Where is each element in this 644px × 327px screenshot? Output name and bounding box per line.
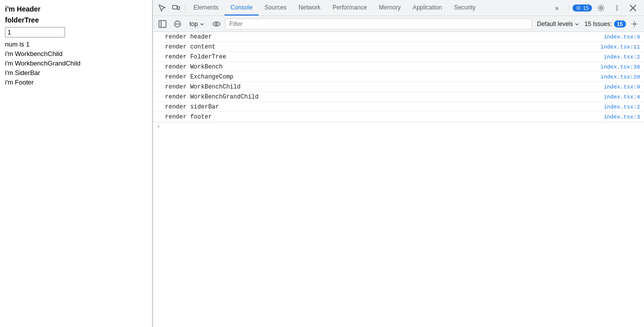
console-row: render WorkBenchindex.tsx:36	[153, 62, 644, 72]
clear-console-icon[interactable]	[171, 18, 184, 30]
tab-performance[interactable]: Performance	[326, 0, 373, 16]
issues-badge[interactable]: 15	[572, 4, 592, 12]
svg-point-5	[616, 7, 618, 8]
inspect-icon[interactable]	[155, 1, 169, 15]
issues-badge-count: 15	[583, 5, 589, 11]
tab-elements[interactable]: Elements	[188, 0, 224, 16]
eye-icon[interactable]	[210, 18, 223, 30]
workbench-grandchild-text: i'm WorkbenchGrandChild	[5, 60, 147, 67]
more-options-icon[interactable]	[610, 1, 624, 15]
tab-memory[interactable]: Memory	[373, 0, 406, 16]
console-prompt-chevron: ›	[157, 124, 160, 130]
devtools-tabs: Elements Console Sources Network Perform…	[188, 0, 550, 16]
svg-point-15	[634, 23, 636, 25]
num-input[interactable]	[5, 27, 65, 38]
console-message: render siderBar	[165, 104, 219, 110]
toolbar-right: » 15	[550, 1, 642, 15]
console-message: render WorkBench	[165, 64, 222, 70]
settings-icon[interactable]	[594, 1, 608, 15]
console-row: render headerindex.tsx:9	[153, 32, 644, 42]
webpage-panel: i'm Header folderTree num is 1 i'm Workb…	[0, 0, 152, 327]
context-selector[interactable]: top	[186, 19, 208, 29]
source-link[interactable]: index.tsx:9	[604, 34, 640, 40]
console-settings-icon[interactable]	[628, 18, 641, 30]
console-row: render contentindex.tsx:11	[153, 42, 644, 52]
console-message: render WorkBenchChild	[165, 84, 240, 90]
default-levels-chevron-icon	[574, 22, 580, 26]
console-message: render FolderTree	[165, 54, 226, 60]
console-row: render FolderTreeindex.tsx:2	[153, 52, 644, 62]
header-text: i'm Header	[5, 5, 147, 13]
console-row: render footerindex.tsx:3	[153, 112, 644, 122]
context-chevron-icon	[200, 22, 204, 26]
sider-bar-text: i'm SiderBar	[5, 69, 147, 76]
svg-point-4	[616, 5, 618, 6]
console-sidebar-icon[interactable]	[156, 18, 169, 30]
issues-count[interactable]: 15 Issues: 15	[584, 20, 626, 28]
footer-text: i'm Footer	[5, 78, 147, 86]
svg-rect-9	[159, 20, 166, 28]
source-link[interactable]: index.tsx:2	[604, 54, 640, 60]
device-toggle-icon[interactable]	[169, 1, 183, 15]
tab-console[interactable]: Console	[224, 0, 258, 16]
source-link[interactable]: index.tsx:2	[604, 104, 640, 110]
svg-point-2	[576, 6, 581, 10]
console-message: render footer	[165, 114, 212, 120]
source-link[interactable]: index.tsx:4	[604, 94, 640, 100]
tab-sources[interactable]: Sources	[258, 0, 292, 16]
console-row: render ExchangeCompindex.tsx:20	[153, 72, 644, 82]
console-message: render WorkBenchGrandChild	[165, 94, 258, 100]
svg-rect-1	[178, 6, 180, 10]
source-link[interactable]: index.tsx:3	[604, 114, 640, 120]
num-text: num is 1	[5, 40, 147, 48]
source-link[interactable]: index.tsx:20	[600, 74, 640, 80]
svg-point-13	[213, 22, 220, 26]
source-link[interactable]: index.tsx:9	[604, 84, 640, 90]
source-link[interactable]: index.tsx:36	[600, 64, 640, 70]
context-label: top	[190, 20, 198, 28]
default-levels-label: Default levels	[537, 20, 573, 28]
toolbar-divider-2	[568, 3, 568, 13]
svg-point-3	[600, 6, 602, 9]
close-icon[interactable]	[626, 1, 640, 15]
console-content: render headerindex.tsx:9render contentin…	[153, 32, 644, 327]
toolbar-divider	[185, 3, 186, 13]
svg-point-14	[216, 23, 218, 25]
issues-count-badge: 15	[614, 20, 626, 28]
filter-input[interactable]	[225, 18, 532, 30]
devtools-toolbar: Elements Console Sources Network Perform…	[153, 0, 644, 16]
tab-network[interactable]: Network	[292, 0, 326, 16]
source-link[interactable]: index.tsx:11	[600, 44, 640, 50]
console-message: render header	[165, 34, 212, 40]
console-row: render WorkBenchGrandChildindex.tsx:4	[153, 92, 644, 102]
folder-tree-label: folderTree	[5, 16, 147, 24]
console-toolbar: top Default levels 15 Issues: 15	[153, 16, 644, 32]
console-row: render siderBarindex.tsx:2	[153, 102, 644, 112]
svg-point-6	[616, 9, 618, 10]
more-tabs-button[interactable]: »	[550, 1, 564, 15]
tab-security[interactable]: Security	[448, 0, 482, 16]
console-input-row: ›	[153, 122, 644, 130]
svg-rect-0	[172, 6, 177, 9]
console-message: render ExchangeComp	[165, 74, 234, 80]
console-row: render WorkBenchChildindex.tsx:9	[153, 82, 644, 92]
tab-application[interactable]: Application	[406, 0, 448, 16]
devtools-panel: Elements Console Sources Network Perform…	[152, 0, 644, 327]
console-message: render content	[165, 44, 216, 50]
default-levels-selector[interactable]: Default levels	[534, 20, 582, 28]
issues-label: 15 Issues:	[584, 20, 612, 28]
workbench-child-text: i'm WorkbenchChild	[5, 50, 147, 58]
